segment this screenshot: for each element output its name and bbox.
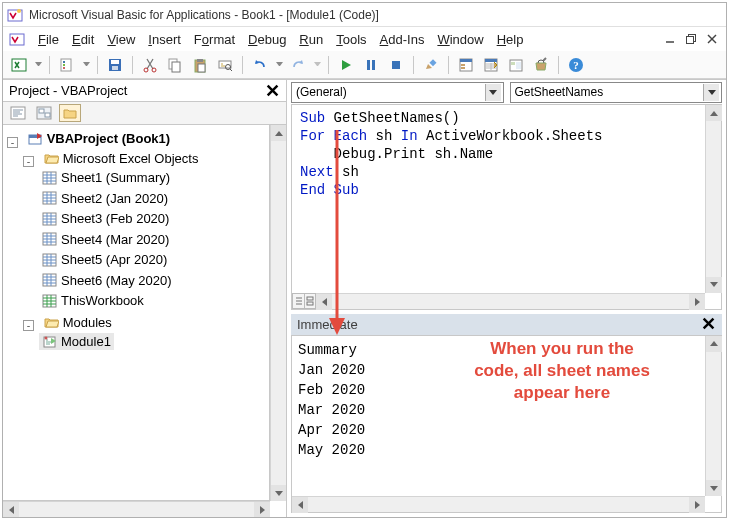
svg-rect-5 bbox=[687, 37, 694, 44]
view-excel-button[interactable] bbox=[9, 55, 29, 75]
immediate-output[interactable]: Summary Jan 2020 Feb 2020 Mar 2020 Apr 2… bbox=[292, 336, 705, 496]
svg-line-25 bbox=[230, 69, 232, 71]
reset-button[interactable] bbox=[386, 55, 406, 75]
svg-rect-35 bbox=[485, 59, 497, 62]
tree-item[interactable]: Sheet3 (Feb 2020) bbox=[39, 210, 172, 227]
worksheet-icon bbox=[42, 294, 57, 308]
menu-view[interactable]: View bbox=[101, 30, 141, 49]
scrollbar-horizontal[interactable] bbox=[292, 496, 705, 512]
tree-item-label: Sheet3 (Feb 2020) bbox=[61, 211, 169, 226]
tree-item[interactable]: Module1 bbox=[39, 333, 114, 350]
svg-rect-37 bbox=[511, 62, 515, 65]
dropdown-button[interactable] bbox=[703, 84, 719, 101]
tree-item-label: ThisWorkbook bbox=[61, 293, 144, 308]
project-explorer-button[interactable] bbox=[456, 55, 476, 75]
scrollbar-vertical[interactable] bbox=[270, 125, 286, 501]
paste-button[interactable] bbox=[190, 55, 210, 75]
mdi-minimize-button[interactable] bbox=[662, 31, 678, 47]
tree-item[interactable]: Sheet1 (Summary) bbox=[39, 169, 173, 186]
toolbar: ? bbox=[3, 51, 726, 79]
menu-tools[interactable]: Tools bbox=[330, 30, 372, 49]
svg-rect-41 bbox=[11, 107, 25, 119]
object-browser-button[interactable] bbox=[506, 55, 526, 75]
worksheet-icon bbox=[42, 212, 57, 226]
scrollbar-vertical[interactable] bbox=[705, 105, 721, 293]
procedure-combo-text: GetSheetNames bbox=[515, 85, 704, 99]
menu-edit[interactable]: Edit bbox=[66, 30, 100, 49]
code-editor[interactable]: Sub GetSheetNames() For Each sh In Activ… bbox=[292, 105, 705, 293]
tree-item-label: Sheet1 (Summary) bbox=[61, 170, 170, 185]
toolbox-button[interactable] bbox=[531, 55, 551, 75]
tree-folder-excel-objects[interactable]: Microsoft Excel Objects bbox=[41, 150, 202, 167]
procedure-combo[interactable]: GetSheetNames bbox=[510, 82, 723, 103]
properties-button[interactable] bbox=[481, 55, 501, 75]
view-code-button[interactable] bbox=[7, 104, 29, 122]
menu-help[interactable]: Help bbox=[491, 30, 530, 49]
full-module-view-icon[interactable] bbox=[304, 293, 316, 309]
scrollbar-vertical[interactable] bbox=[705, 336, 721, 496]
tree-item-label: Sheet2 (Jan 2020) bbox=[61, 191, 168, 206]
svg-rect-33 bbox=[461, 67, 465, 69]
dropdown-icon[interactable] bbox=[35, 62, 42, 68]
menu-file[interactable]: File bbox=[32, 30, 65, 49]
tree-item[interactable]: Sheet2 (Jan 2020) bbox=[39, 190, 171, 207]
scrollbar-horizontal[interactable] bbox=[3, 501, 270, 517]
view-mode-buttons[interactable] bbox=[292, 293, 316, 309]
project-tree[interactable]: - VBAProject (Book1) - Micr bbox=[3, 125, 270, 501]
tree-item-label: Module1 bbox=[61, 334, 111, 349]
mdi-close-button[interactable] bbox=[704, 31, 720, 47]
svg-rect-26 bbox=[367, 60, 370, 70]
immediate-pane: Summary Jan 2020 Feb 2020 Mar 2020 Apr 2… bbox=[291, 335, 722, 513]
tree-folder-modules[interactable]: Modules bbox=[41, 314, 115, 331]
immediate-close-button[interactable]: ✕ bbox=[701, 317, 716, 331]
object-combo-text: (General) bbox=[296, 85, 485, 99]
svg-rect-21 bbox=[197, 59, 203, 62]
tree-root-label: VBAProject (Book1) bbox=[47, 131, 171, 146]
help-button[interactable]: ? bbox=[566, 55, 586, 75]
dropdown-icon[interactable] bbox=[314, 62, 321, 68]
procedure-view-icon[interactable] bbox=[292, 293, 304, 309]
svg-rect-28 bbox=[392, 61, 400, 69]
dropdown-icon[interactable] bbox=[83, 62, 90, 68]
object-combo[interactable]: (General) bbox=[291, 82, 504, 103]
break-button[interactable] bbox=[361, 55, 381, 75]
tree-item[interactable]: Sheet5 (Apr 2020) bbox=[39, 251, 170, 268]
mdi-restore-button[interactable] bbox=[683, 31, 699, 47]
expand-toggle[interactable]: - bbox=[23, 156, 34, 167]
save-button[interactable] bbox=[105, 55, 125, 75]
project-pane-close-button[interactable]: ✕ bbox=[265, 84, 280, 98]
svg-rect-38 bbox=[516, 62, 521, 69]
scrollbar-horizontal[interactable] bbox=[316, 293, 705, 309]
design-mode-button[interactable] bbox=[421, 55, 441, 75]
toggle-folders-button[interactable] bbox=[59, 104, 81, 122]
redo-button[interactable] bbox=[288, 55, 308, 75]
menu-addins[interactable]: Add-Ins bbox=[374, 30, 431, 49]
dropdown-icon[interactable] bbox=[276, 62, 283, 68]
run-button[interactable] bbox=[336, 55, 356, 75]
titlebar: Microsoft Visual Basic for Applications … bbox=[3, 3, 726, 27]
expand-toggle[interactable]: - bbox=[7, 137, 18, 148]
cut-button[interactable] bbox=[140, 55, 160, 75]
undo-button[interactable] bbox=[250, 55, 270, 75]
tree-item[interactable]: Sheet6 (May 2020) bbox=[39, 272, 175, 289]
menu-insert[interactable]: Insert bbox=[142, 30, 187, 49]
find-button[interactable] bbox=[215, 55, 235, 75]
view-object-button[interactable] bbox=[33, 104, 55, 122]
svg-rect-15 bbox=[112, 66, 118, 70]
dropdown-button[interactable] bbox=[485, 84, 501, 101]
menu-window[interactable]: Window bbox=[431, 30, 489, 49]
tree-item[interactable]: ThisWorkbook bbox=[39, 292, 147, 309]
expand-toggle[interactable]: - bbox=[23, 320, 34, 331]
tree-root[interactable]: VBAProject (Book1) bbox=[25, 130, 174, 147]
menu-run[interactable]: Run bbox=[293, 30, 329, 49]
svg-rect-22 bbox=[198, 64, 205, 72]
project-pane-title-text: Project - VBAProject bbox=[9, 83, 265, 98]
menu-debug[interactable]: Debug bbox=[242, 30, 292, 49]
insert-button[interactable] bbox=[57, 55, 77, 75]
svg-point-16 bbox=[144, 68, 148, 72]
menu-format[interactable]: Format bbox=[188, 30, 241, 49]
vba-menu-icon bbox=[9, 31, 25, 47]
copy-button[interactable] bbox=[165, 55, 185, 75]
svg-point-17 bbox=[152, 68, 156, 72]
tree-item[interactable]: Sheet4 (Mar 2020) bbox=[39, 231, 172, 248]
